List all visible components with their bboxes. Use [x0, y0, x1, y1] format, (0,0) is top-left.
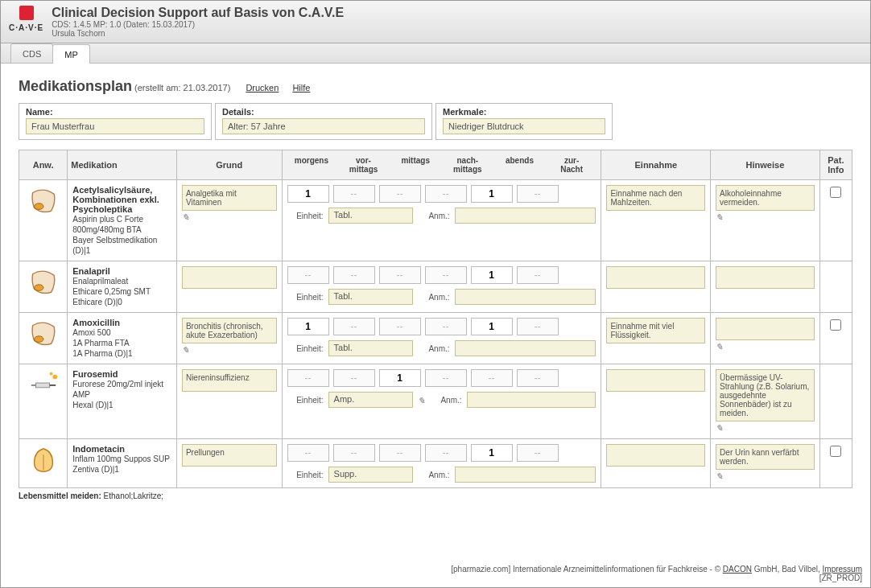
dose-cell[interactable]: -- — [471, 369, 513, 387]
hinweis-field[interactable] — [716, 266, 815, 289]
dose-cell[interactable]: -- — [287, 266, 329, 284]
unit-label: Einheit: — [287, 212, 324, 220]
reason-field[interactable]: Bronchitis (chronisch, akute Exazerbatio… — [182, 318, 277, 343]
unit-field[interactable]: Tabl. — [328, 340, 413, 356]
med-sub: Furorese 20mg/2ml injekt AMPHexal (D)|1 — [72, 379, 171, 410]
medication-table: Anw. Medikation Grund morgens vor- mitta… — [19, 150, 852, 488]
app-logo: C·A·V·E — [9, 6, 43, 32]
anm-field[interactable] — [455, 289, 596, 305]
edit-icon[interactable]: ✎ — [182, 345, 277, 356]
dose-cell[interactable]: -- — [333, 266, 375, 284]
logo-icon — [19, 6, 34, 20]
anm-field[interactable] — [467, 392, 596, 408]
einnahme-field[interactable] — [606, 444, 705, 467]
page-title: Medikationsplan — [19, 78, 132, 94]
unit-field[interactable]: Supp. — [328, 467, 413, 483]
dose-cell[interactable]: -- — [333, 369, 375, 387]
hinweis-field[interactable]: Übermässige UV-Strahlung (z.B. Solarium,… — [716, 369, 815, 421]
tab-cds[interactable]: CDS — [10, 43, 53, 63]
dose-cell[interactable]: -- — [379, 266, 421, 284]
reason-field[interactable]: Niereninsuffizienz — [182, 369, 277, 392]
dose-cell[interactable]: -- — [379, 318, 421, 335]
anm-field[interactable] — [455, 340, 596, 356]
route-oral-icon — [28, 185, 59, 216]
details-field[interactable]: Alter: 57 Jahre — [222, 118, 425, 134]
dose-cell[interactable]: -- — [379, 444, 421, 462]
anm-field[interactable] — [455, 467, 596, 483]
dose-cell[interactable]: -- — [333, 185, 375, 203]
einnahme-field[interactable]: Einnahme mit viel Flüssigkeit. — [606, 318, 705, 343]
unit-field[interactable]: Amp. — [328, 392, 413, 408]
reason-field[interactable] — [182, 266, 277, 289]
einnahme-field[interactable] — [606, 369, 705, 392]
tab-mp[interactable]: MP — [52, 44, 90, 64]
dose-cell[interactable]: -- — [517, 266, 559, 284]
dose-cell[interactable]: 1 — [287, 318, 329, 335]
patinfo-checkbox[interactable] — [830, 446, 841, 457]
unit-label: Einheit: — [287, 293, 324, 302]
med-row: AmoxicillinAmoxi 5001A Pharma FTA1A Phar… — [19, 313, 852, 364]
dose-cell[interactable]: -- — [425, 185, 467, 203]
patinfo-checkbox[interactable] — [830, 187, 841, 198]
food-avoid: Lebensmittel meiden: Ethanol;Lakritze; — [19, 491, 852, 500]
dose-cell[interactable]: 1 — [287, 185, 329, 203]
env-label: [ZR_PROD] — [451, 574, 862, 582]
unit-field[interactable]: Tabl. — [328, 208, 413, 224]
anm-field[interactable] — [455, 208, 596, 224]
impressum-link[interactable]: Impressum — [823, 565, 862, 574]
dose-cell[interactable]: 1 — [471, 266, 513, 284]
dose-cell[interactable]: -- — [517, 185, 559, 203]
hinweis-field[interactable]: Alkoholeinnahme vermeiden. — [716, 185, 815, 211]
dose-cell[interactable]: -- — [425, 266, 467, 284]
dose-cell[interactable]: -- — [287, 444, 329, 462]
edit-icon[interactable]: ✎ — [716, 471, 815, 482]
reason-field[interactable]: Analgetika mit Vitaminen — [182, 185, 277, 211]
dose-cell[interactable]: -- — [425, 369, 467, 387]
reason-field[interactable]: Prellungen — [182, 444, 277, 467]
einnahme-field[interactable]: Einnahme nach den Mahlzeiten. — [606, 185, 705, 211]
hdr-einnahme: Einnahme — [601, 150, 711, 180]
edit-icon[interactable]: ✎ — [418, 396, 425, 406]
edit-icon[interactable]: ✎ — [182, 212, 277, 223]
tab-bar: CDS MP — [1, 43, 870, 64]
help-link[interactable]: Hilfe — [292, 83, 310, 93]
unit-label: Einheit: — [287, 396, 324, 405]
dacon-link[interactable]: DACON — [723, 565, 752, 574]
med-sub: Inflam 100mg Suppos SUPZentiva (D)|1 — [72, 454, 171, 475]
route-oral-icon — [28, 266, 59, 297]
name-field[interactable]: Frau Musterfrau — [26, 118, 204, 134]
edit-icon[interactable]: ✎ — [716, 342, 815, 352]
med-row: FurosemidFurorese 20mg/2ml injekt AMPHex… — [19, 364, 852, 439]
hdr-hinweise: Hinweise — [711, 150, 820, 180]
patinfo-checkbox[interactable] — [830, 319, 841, 331]
med-sub: Aspirin plus C Forte 800mg/480mg BTABaye… — [72, 214, 171, 256]
dose-cell[interactable]: -- — [517, 444, 559, 462]
dose-cell[interactable]: -- — [425, 318, 467, 335]
dose-cell[interactable]: -- — [333, 444, 375, 462]
einnahme-field[interactable] — [606, 266, 705, 289]
dose-cell[interactable]: -- — [517, 318, 559, 335]
dose-cell[interactable]: -- — [425, 444, 467, 462]
hinweis-field[interactable] — [716, 318, 815, 340]
dose-cell[interactable]: -- — [379, 185, 421, 203]
dose-cell[interactable]: 1 — [471, 444, 513, 462]
dose-cell[interactable]: 1 — [471, 318, 513, 335]
features-field[interactable]: Niedriger Blutdruck — [443, 118, 605, 134]
print-link[interactable]: Drucken — [246, 83, 279, 93]
dose-cell[interactable]: 1 — [379, 369, 421, 387]
edit-icon[interactable]: ✎ — [716, 212, 815, 223]
edit-icon[interactable]: ✎ — [716, 423, 815, 434]
dose-cell[interactable]: -- — [333, 318, 375, 335]
hinweis-field[interactable]: Der Urin kann verfärbt werden. — [716, 444, 815, 470]
hdr-medikation: Medikation — [68, 150, 177, 180]
dose-cell[interactable]: -- — [287, 369, 329, 387]
unit-field[interactable]: Tabl. — [328, 289, 413, 305]
hdr-grund: Grund — [176, 150, 282, 180]
dose-cell[interactable]: 1 — [471, 185, 513, 203]
unit-label: Einheit: — [287, 471, 324, 479]
anm-label: Anm.: — [430, 396, 462, 405]
dose-cell[interactable]: -- — [517, 369, 559, 387]
anm-label: Anm.: — [418, 212, 450, 220]
med-name: Amoxicillin — [72, 318, 171, 327]
hdr-dosing: morgens vor- mittags mittags nach- mitta… — [282, 150, 601, 180]
